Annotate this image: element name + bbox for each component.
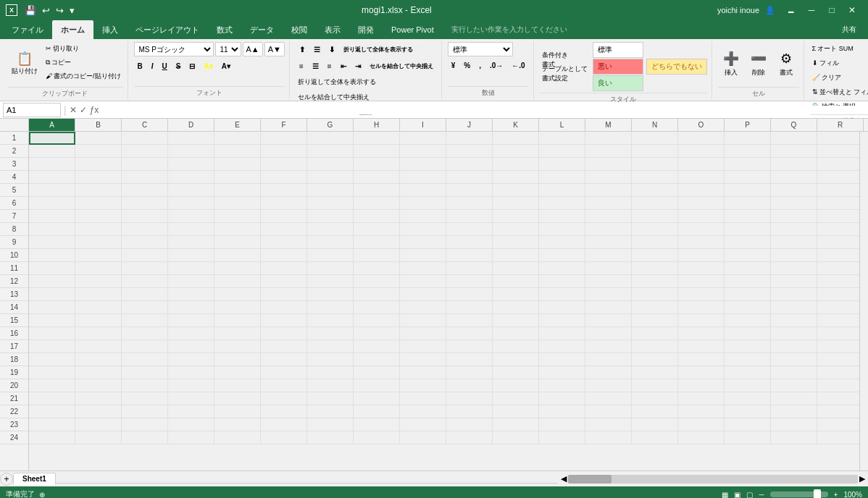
cell-H21[interactable] [354, 392, 400, 405]
cell-C4[interactable] [122, 171, 168, 184]
style-bad[interactable]: 悪い [593, 59, 643, 75]
cell-E14[interactable] [214, 301, 261, 314]
cell-O18[interactable] [678, 353, 725, 366]
cell-R9[interactable] [817, 236, 859, 249]
cell-O24[interactable] [678, 431, 725, 444]
copy-button[interactable]: ⧉ コピー [43, 56, 123, 69]
cell-O22[interactable] [678, 405, 725, 418]
strikethrough-button[interactable]: S [172, 59, 185, 73]
cell-Q4[interactable] [771, 171, 817, 184]
cell-N6[interactable] [632, 197, 678, 210]
cell-M11[interactable] [585, 262, 632, 275]
cell-E19[interactable] [214, 366, 261, 379]
cell-C15[interactable] [122, 314, 168, 327]
cell-D8[interactable] [168, 223, 214, 236]
col-header-m[interactable]: M [585, 119, 632, 131]
cell-A8[interactable] [29, 223, 75, 236]
cell-M20[interactable] [585, 379, 632, 392]
cell-G6[interactable] [307, 197, 354, 210]
row-num-12[interactable]: 12 [0, 275, 28, 288]
cell-Q6[interactable] [771, 197, 817, 210]
row-num-22[interactable]: 22 [0, 405, 28, 418]
cell-B10[interactable] [75, 249, 122, 262]
maximize-btn[interactable]: □ [822, 0, 842, 20]
cell-H2[interactable] [354, 145, 400, 158]
sheet-tab-sheet1[interactable]: Sheet1 [13, 473, 56, 485]
zoom-slider[interactable] [770, 491, 828, 497]
cell-F12[interactable] [261, 275, 307, 288]
cell-D9[interactable] [168, 236, 214, 249]
col-header-o[interactable]: O [678, 119, 725, 131]
cell-H7[interactable] [354, 210, 400, 223]
cell-Q24[interactable] [771, 431, 817, 444]
cell-K5[interactable] [493, 184, 539, 197]
cell-P12[interactable] [725, 275, 771, 288]
cell-D12[interactable] [168, 275, 214, 288]
cell-C16[interactable] [122, 327, 168, 340]
cell-P16[interactable] [725, 327, 771, 340]
cell-M13[interactable] [585, 288, 632, 301]
cell-J6[interactable] [446, 197, 493, 210]
cell-B22[interactable] [75, 405, 122, 418]
row-num-7[interactable]: 7 [0, 210, 28, 223]
indent-decrease-btn[interactable]: ⇤ [337, 59, 350, 73]
cell-A18[interactable] [29, 353, 75, 366]
cell-L2[interactable] [539, 145, 585, 158]
cell-E21[interactable] [214, 392, 261, 405]
fill-btn[interactable]: ⬇ フィル [810, 56, 841, 69]
cell-A19[interactable] [29, 366, 75, 379]
cell-O14[interactable] [678, 301, 725, 314]
cell-J12[interactable] [446, 275, 493, 288]
cell-F10[interactable] [261, 249, 307, 262]
save-quick-btn[interactable]: 💾 [23, 4, 38, 17]
add-sheet-button[interactable]: + [0, 473, 13, 486]
cell-P23[interactable] [725, 418, 771, 431]
cell-L20[interactable] [539, 379, 585, 392]
col-header-i[interactable]: I [400, 119, 446, 131]
cell-G20[interactable] [307, 379, 354, 392]
cell-G12[interactable] [307, 275, 354, 288]
cell-G11[interactable] [307, 262, 354, 275]
cell-N16[interactable] [632, 327, 678, 340]
cell-K4[interactable] [493, 171, 539, 184]
cell-B19[interactable] [75, 366, 122, 379]
cell-R15[interactable] [817, 314, 859, 327]
cell-E5[interactable] [214, 184, 261, 197]
format-as-table-btn[interactable]: テーブルとして書式設定 [540, 67, 590, 80]
cell-P4[interactable] [725, 171, 771, 184]
cell-J19[interactable] [446, 366, 493, 379]
cell-I12[interactable] [400, 275, 446, 288]
cell-C6[interactable] [122, 197, 168, 210]
cell-M17[interactable] [585, 340, 632, 353]
cell-C19[interactable] [122, 366, 168, 379]
cell-I6[interactable] [400, 197, 446, 210]
col-header-s[interactable]: S [864, 119, 868, 131]
cell-K21[interactable] [493, 392, 539, 405]
cell-H13[interactable] [354, 288, 400, 301]
cell-O5[interactable] [678, 184, 725, 197]
cell-P18[interactable] [725, 353, 771, 366]
cell-H23[interactable] [354, 418, 400, 431]
cell-F20[interactable] [261, 379, 307, 392]
number-format-select[interactable]: 標準 [448, 42, 513, 56]
cell-R8[interactable] [817, 223, 859, 236]
cell-N12[interactable] [632, 275, 678, 288]
row-num-19[interactable]: 19 [0, 366, 28, 379]
cell-B13[interactable] [75, 288, 122, 301]
cell-B20[interactable] [75, 379, 122, 392]
cell-K15[interactable] [493, 314, 539, 327]
cell-I8[interactable] [400, 223, 446, 236]
cell-A23[interactable] [29, 418, 75, 431]
cell-F18[interactable] [261, 353, 307, 366]
cell-I22[interactable] [400, 405, 446, 418]
cell-J22[interactable] [446, 405, 493, 418]
cell-K19[interactable] [493, 366, 539, 379]
cell-H24[interactable] [354, 431, 400, 444]
cell-O7[interactable] [678, 210, 725, 223]
cell-K6[interactable] [493, 197, 539, 210]
cell-K2[interactable] [493, 145, 539, 158]
cell-L5[interactable] [539, 184, 585, 197]
row-num-5[interactable]: 5 [0, 184, 28, 197]
tab-share[interactable]: 共有 [833, 20, 865, 39]
style-neither[interactable]: どちらでもない [646, 59, 707, 75]
